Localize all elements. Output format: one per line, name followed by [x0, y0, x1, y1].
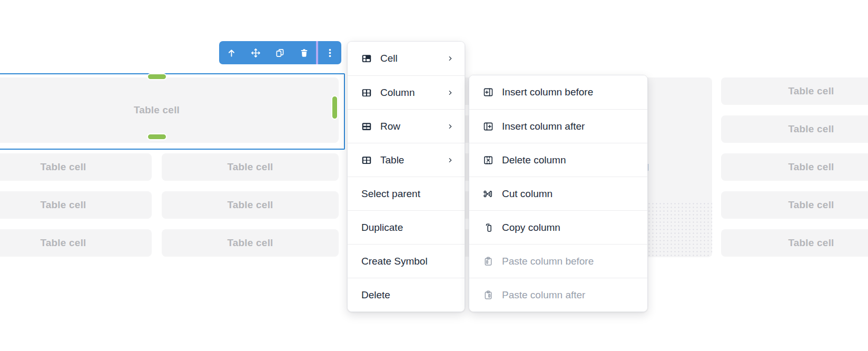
menu-item-cell[interactable]: Cell: [348, 42, 465, 75]
table-cell-label: Table cell: [40, 237, 86, 249]
delete-button[interactable]: [292, 41, 316, 64]
table-cell-label: Table cell: [788, 237, 834, 249]
paste-column-after-icon: [482, 289, 495, 301]
canvas: { "table": { "cell_label": "Table cell" …: [0, 0, 868, 351]
table-column-icon: [360, 86, 373, 99]
more-vertical-icon: [324, 47, 336, 58]
table-cell[interactable]: Table cell: [721, 77, 868, 105]
menu-item-label: Row: [380, 121, 400, 132]
table-cell-label: Table cell: [40, 161, 86, 173]
table-cell[interactable]: Table cell: [0, 229, 152, 257]
context-menu: CellColumnRowTableSelect parentDuplicate…: [347, 41, 465, 312]
menu-item-label: Delete: [361, 289, 390, 301]
insert-column-before-icon: [482, 86, 495, 99]
table-cell-label: Table cell: [227, 161, 273, 173]
cut-icon: [482, 188, 495, 200]
menu-item-label: Create Symbol: [361, 256, 428, 267]
resize-handle-right[interactable]: [331, 95, 338, 120]
table-cell[interactable]: Table cell: [0, 153, 152, 181]
menu-item-copy-column[interactable]: Copy column: [469, 210, 647, 244]
menu-item-label: Paste column before: [502, 256, 594, 267]
copy-icon: [482, 221, 495, 234]
duplicate-icon: [274, 47, 285, 58]
menu-item-paste-column-before: Paste column before: [469, 244, 647, 278]
table-icon: [360, 154, 373, 167]
menu-item-label: Delete column: [502, 154, 566, 166]
table-cell-label: Table cell: [788, 85, 834, 97]
menu-item-insert-column-after[interactable]: Insert column after: [469, 109, 647, 143]
table-row-icon: [360, 120, 373, 133]
menu-item-label: Copy column: [502, 222, 560, 233]
arrow-up-icon: [226, 47, 237, 58]
menu-item-delete-column[interactable]: Delete column: [469, 143, 647, 177]
table-cell-label: Table cell: [227, 237, 273, 249]
table-cell-label: Table cell: [788, 161, 834, 173]
table-cell-label: Table cell: [227, 199, 273, 211]
trash-icon: [299, 47, 310, 58]
more-options-button[interactable]: [318, 41, 341, 64]
table-cell[interactable]: Table cell: [721, 229, 868, 257]
menu-item-column[interactable]: Column: [348, 75, 465, 109]
chevron-right-icon: [447, 123, 454, 130]
menu-item-label: Insert column before: [502, 86, 593, 98]
menu-item-row[interactable]: Row: [348, 109, 465, 143]
table-cell[interactable]: Table cell: [162, 229, 339, 257]
menu-item-label: Insert column after: [502, 121, 585, 132]
menu-item-label: Cell: [380, 53, 398, 64]
menu-item-delete[interactable]: Delete: [348, 278, 465, 311]
table-cell-label: Table cell: [788, 123, 834, 135]
move-icon: [250, 47, 261, 58]
move-up-button[interactable]: [219, 41, 243, 64]
column-submenu: Insert column beforeInsert column afterD…: [469, 75, 648, 312]
resize-handle-top[interactable]: [147, 73, 167, 80]
table-cell[interactable]: Table cell: [721, 153, 868, 181]
table-cell-label: Table cell: [788, 199, 834, 211]
menu-item-create-symbol[interactable]: Create Symbol: [348, 244, 465, 278]
menu-item-label: Column: [380, 87, 415, 99]
chevron-right-icon: [447, 157, 454, 164]
selection-outline: [0, 73, 345, 150]
selection-toolbar: [219, 41, 341, 64]
menu-item-select-parent[interactable]: Select parent: [348, 177, 465, 210]
menu-item-label: Select parent: [361, 188, 420, 200]
table-cell[interactable]: Table cell: [721, 115, 868, 143]
menu-item-label: Cut column: [502, 188, 553, 200]
table-cell-icon: [360, 52, 373, 65]
menu-item-duplicate[interactable]: Duplicate: [348, 210, 465, 244]
resize-handle-bottom[interactable]: [147, 133, 167, 140]
table-cell[interactable]: Table cell: [162, 153, 339, 181]
menu-item-table[interactable]: Table: [348, 143, 465, 177]
table-cell[interactable]: Table cell: [162, 191, 339, 219]
move-button[interactable]: [243, 41, 268, 64]
menu-item-insert-column-before[interactable]: Insert column before: [469, 75, 647, 109]
menu-item-cut-column[interactable]: Cut column: [469, 177, 647, 210]
table-cell-label: Table cell: [40, 199, 86, 211]
insert-column-after-icon: [482, 120, 495, 133]
paste-column-before-icon: [482, 255, 495, 268]
duplicate-button[interactable]: [268, 41, 292, 64]
chevron-right-icon: [447, 89, 454, 96]
menu-item-label: Paste column after: [502, 289, 585, 301]
menu-item-label: Table: [380, 154, 404, 166]
table-cell[interactable]: Table cell: [721, 191, 868, 219]
chevron-right-icon: [447, 55, 454, 62]
table-cell[interactable]: Table cell: [0, 191, 152, 219]
menu-item-label: Duplicate: [361, 222, 403, 233]
delete-column-icon: [482, 154, 495, 167]
menu-item-paste-column-after: Paste column after: [469, 278, 647, 311]
